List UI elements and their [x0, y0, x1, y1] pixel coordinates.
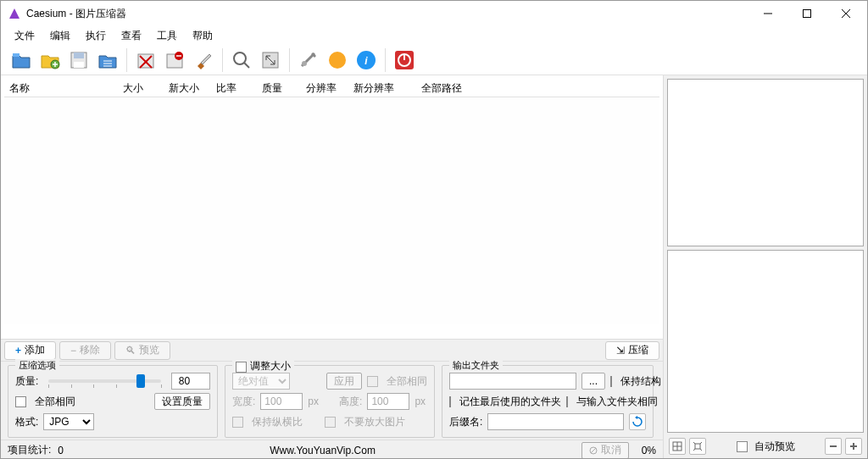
about-icon[interactable]: i [353, 47, 380, 74]
col-quality[interactable]: 质量 [257, 79, 301, 97]
svg-point-20 [302, 61, 307, 66]
window-title: Caesium - 图片压缩器 [26, 7, 748, 21]
keep-ratio-checkbox [232, 417, 243, 428]
quality-same-all-checkbox[interactable] [15, 396, 26, 407]
resize-enable-checkbox[interactable] [236, 362, 247, 373]
width-input [260, 393, 303, 410]
format-select[interactable]: JPG [43, 413, 94, 430]
minus-icon: − [70, 345, 76, 357]
output-path-input[interactable] [449, 373, 576, 390]
cancel-button: 取消 [581, 442, 629, 459]
item-count-label: 项目统计: [8, 443, 51, 457]
resize-apply-button: 应用 [326, 373, 362, 390]
open-list-icon[interactable] [94, 47, 121, 74]
menu-edit[interactable]: 编辑 [43, 27, 77, 45]
maximize-button[interactable] [787, 1, 826, 26]
app-icon [8, 7, 21, 20]
svg-rect-32 [695, 444, 700, 449]
open-file-icon[interactable] [8, 47, 35, 74]
zoom-fit-button[interactable] [669, 438, 686, 455]
set-quality-button[interactable]: 设置质量 [154, 393, 210, 410]
zoom-actual-button[interactable] [689, 438, 706, 455]
no-enlarge-checkbox [325, 417, 336, 428]
exit-icon[interactable] [391, 47, 418, 74]
svg-rect-9 [74, 53, 84, 58]
suffix-input[interactable] [487, 413, 624, 430]
col-ratio[interactable]: 比率 [211, 79, 257, 97]
preview-original [667, 79, 864, 246]
resize-same-all-checkbox [367, 376, 378, 387]
preview-button[interactable]: 🔍︎ 预览 [114, 341, 170, 360]
progress-percent: 0% [636, 445, 656, 456]
compress-action-icon: ⇲ [616, 345, 625, 357]
quality-label: 质量: [15, 374, 38, 389]
menu-execute[interactable]: 执行 [79, 27, 113, 45]
menu-file[interactable]: 文件 [8, 27, 42, 45]
close-button[interactable] [826, 1, 865, 26]
col-fullpath[interactable]: 全部路径 [416, 79, 659, 97]
output-group: 输出文件夹 ... 保持结构 记住最后使用的文件夹 与输入文件夹相同 后缀名: [442, 365, 654, 438]
item-count-value: 0 [58, 445, 64, 456]
menu-view[interactable]: 查看 [114, 27, 148, 45]
auto-preview-checkbox[interactable] [737, 441, 748, 452]
col-name[interactable]: 名称 [4, 79, 118, 97]
format-label: 格式: [15, 415, 38, 429]
zoom-in-button[interactable] [845, 438, 862, 455]
zoom-out-button[interactable] [825, 438, 842, 455]
compression-group: 压缩选项 质量: 全部相同 设置质量 格式: [8, 365, 218, 438]
svg-line-18 [244, 63, 249, 68]
remove-button[interactable]: − 移除 [59, 341, 111, 360]
menu-help[interactable]: 帮助 [186, 27, 220, 45]
site-link[interactable]: Www.YouYuanVip.Com [270, 445, 376, 456]
settings-icon[interactable] [295, 47, 322, 74]
remove-item-icon[interactable] [132, 47, 159, 74]
table-header: 名称 大小 新大小 比率 质量 分辨率 新分辨率 全部路径 [4, 79, 659, 97]
same-as-input-checkbox[interactable] [566, 396, 568, 407]
keep-structure-checkbox[interactable] [610, 376, 612, 387]
col-newres[interactable]: 新分辨率 [348, 79, 416, 97]
clear-list-icon[interactable] [161, 47, 188, 74]
svg-point-21 [329, 52, 346, 69]
suffix-reset-button[interactable] [629, 413, 646, 430]
resize-group: 调整大小 绝对值 应用 全部相同 宽度: px 高度: px [225, 365, 435, 438]
file-list[interactable] [4, 97, 659, 324]
quality-slider[interactable] [48, 379, 161, 383]
resize-mode-select: 绝对值 [232, 373, 290, 390]
svg-rect-4 [13, 53, 19, 57]
update-icon[interactable] [324, 47, 351, 74]
svg-rect-1 [804, 10, 811, 18]
svg-line-28 [591, 448, 596, 453]
magnifier-icon: 🔍︎ [125, 345, 136, 357]
preview-icon[interactable] [228, 47, 255, 74]
save-list-icon[interactable] [65, 47, 92, 74]
minimize-button[interactable] [748, 1, 787, 26]
quality-input[interactable] [171, 373, 210, 390]
brush-icon[interactable] [190, 47, 217, 74]
menu-tools[interactable]: 工具 [150, 27, 184, 45]
remember-folder-checkbox[interactable] [449, 396, 451, 407]
plus-icon: + [15, 345, 21, 357]
browse-button[interactable]: ... [581, 373, 605, 390]
height-input [367, 393, 409, 410]
col-size[interactable]: 大小 [118, 79, 164, 97]
svg-rect-10 [74, 62, 84, 68]
preview-compressed [667, 250, 864, 433]
compress-button[interactable]: ⇲ 压缩 [605, 341, 659, 360]
open-folder-icon[interactable] [36, 47, 64, 74]
col-newsize[interactable]: 新大小 [164, 79, 211, 97]
svg-point-17 [234, 53, 246, 64]
compress-icon[interactable] [257, 47, 284, 74]
col-resolution[interactable]: 分辨率 [301, 79, 348, 97]
add-button[interactable]: + 添加 [4, 341, 56, 360]
